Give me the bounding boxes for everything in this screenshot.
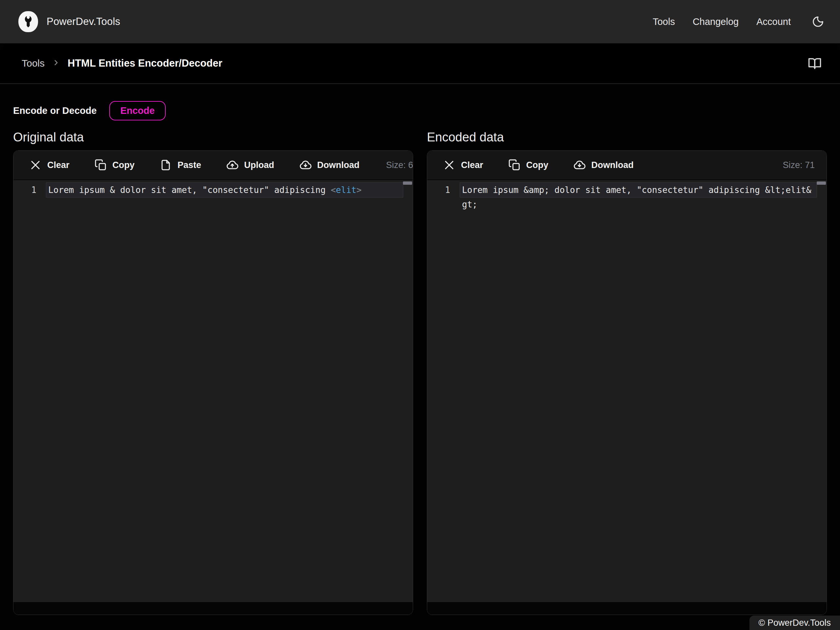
- encoded-scrollbar-thumb[interactable]: [817, 182, 826, 185]
- tool-button-label: Copy: [112, 160, 135, 170]
- breadcrumb-bar: Tools HTML Entities Encoder/Decoder: [0, 43, 840, 84]
- code-line: Lorem ipsum & dolor sit amet, "consectet…: [46, 183, 403, 197]
- download-icon: [573, 159, 586, 171]
- original-scrollbar-thumb[interactable]: [403, 182, 412, 185]
- original-editor[interactable]: 1Lorem ipsum & dolor sit amet, "consecte…: [13, 180, 413, 602]
- mode-label: Encode or Decode: [13, 105, 97, 116]
- tool-button-label: Clear: [461, 160, 483, 170]
- wrench-logo-icon: [18, 11, 38, 32]
- original-download-button[interactable]: Download: [293, 159, 366, 171]
- encoded-size-label: Size: 71: [783, 160, 815, 170]
- brand-name: PowerDev.Tools: [47, 16, 120, 28]
- clear-icon: [29, 159, 42, 171]
- editor-row: gt;: [434, 197, 827, 212]
- brand[interactable]: PowerDev.Tools: [18, 11, 120, 32]
- breadcrumb-tools-link[interactable]: Tools: [22, 58, 45, 69]
- token-plain: gt;: [462, 199, 477, 209]
- upload-icon: [226, 159, 238, 171]
- line-number: 1: [434, 183, 450, 197]
- nav-link-tools[interactable]: Tools: [653, 16, 675, 27]
- original-panel: ClearCopyPasteUploadDownloadSize: 611Lor…: [13, 150, 413, 615]
- paste-icon: [159, 159, 172, 171]
- top-navbar: PowerDev.Tools Tools Changelog Account: [0, 0, 840, 43]
- original-paste-button[interactable]: Paste: [153, 159, 207, 171]
- encoded-heading: Encoded data: [427, 130, 827, 144]
- original-size-label: Size: 61: [386, 160, 413, 170]
- tool-button-label: Download: [317, 160, 360, 170]
- chevron-right-icon: [52, 58, 60, 68]
- download-icon: [299, 159, 312, 171]
- original-heading: Original data: [13, 130, 413, 144]
- main-content: Encode or Decode Encode Original dataCle…: [0, 84, 840, 615]
- panel-column-encoded: Encoded dataClearCopyDownloadSize: 711Lo…: [427, 120, 827, 615]
- panel-column-original: Original dataClearCopyPasteUploadDownloa…: [13, 120, 413, 615]
- original-copy-button[interactable]: Copy: [88, 159, 141, 171]
- editor-row: 1Lorem ipsum & dolor sit amet, "consecte…: [20, 183, 413, 197]
- breadcrumb: Tools HTML Entities Encoder/Decoder: [22, 57, 222, 69]
- encoded-panel: ClearCopyDownloadSize: 711Lorem ipsum &a…: [427, 150, 827, 615]
- clear-icon: [443, 159, 455, 171]
- copy-icon: [95, 159, 107, 171]
- copyright-footer: © PowerDev.Tools: [750, 616, 840, 630]
- code-line: gt;: [460, 197, 817, 212]
- page-title: HTML Entities Encoder/Decoder: [68, 57, 222, 69]
- book-open-icon[interactable]: [808, 57, 822, 70]
- nav-link-changelog[interactable]: Changelog: [693, 16, 739, 27]
- encoded-editor[interactable]: 1Lorem ipsum &amp; dolor sit amet, "cons…: [427, 180, 827, 602]
- copyright-text: © PowerDev.Tools: [759, 618, 831, 628]
- original-clear-button[interactable]: Clear: [23, 159, 76, 171]
- token-bracket: >: [356, 185, 362, 195]
- encoded-clear-button[interactable]: Clear: [437, 159, 489, 171]
- nav-link-account[interactable]: Account: [756, 16, 791, 27]
- panels-row: Original dataClearCopyPasteUploadDownloa…: [13, 120, 827, 615]
- copy-icon: [508, 159, 521, 171]
- mode-row: Encode or Decode Encode: [13, 84, 827, 120]
- original-panel-bottom-strip: [13, 602, 413, 614]
- code-line: Lorem ipsum &amp; dolor sit amet, "conse…: [460, 183, 817, 197]
- tool-button-label: Copy: [526, 160, 549, 170]
- token-plain: Lorem ipsum & dolor sit amet, "consectet…: [48, 185, 331, 195]
- encode-mode-button[interactable]: Encode: [109, 101, 166, 120]
- encoded-copy-button[interactable]: Copy: [502, 159, 554, 171]
- tool-button-label: Upload: [244, 160, 274, 170]
- encoded-toolbar: ClearCopyDownloadSize: 71: [427, 151, 827, 180]
- tool-button-label: Clear: [47, 160, 69, 170]
- original-toolbar: ClearCopyPasteUploadDownloadSize: 61: [13, 151, 413, 180]
- original-upload-button[interactable]: Upload: [220, 159, 280, 171]
- line-number: [434, 197, 450, 212]
- token-plain: Lorem ipsum &amp; dolor sit amet, "conse…: [462, 185, 811, 195]
- tool-button-label: Download: [591, 160, 634, 170]
- encoded-panel-bottom-strip: [427, 602, 827, 614]
- encoded-download-button[interactable]: Download: [567, 159, 639, 171]
- token-tag: elit: [336, 185, 357, 195]
- tool-button-label: Paste: [177, 160, 201, 170]
- line-number: 1: [20, 183, 36, 197]
- moon-icon[interactable]: [812, 16, 824, 28]
- navbar-links: Tools Changelog Account: [653, 16, 824, 28]
- editor-row: 1Lorem ipsum &amp; dolor sit amet, "cons…: [434, 183, 827, 197]
- token-bracket: <: [331, 185, 336, 195]
